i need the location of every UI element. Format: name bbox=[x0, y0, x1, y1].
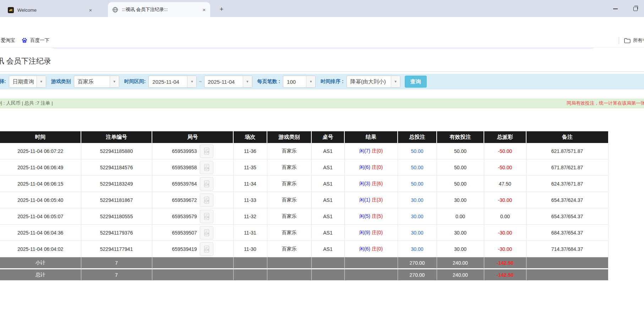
footer-total-bet-cell: 270.00 bbox=[398, 257, 437, 269]
table-row: 2025-11-04 06:04:02522941177941659539419… bbox=[0, 241, 608, 257]
game-type-cell: 百家乐 bbox=[267, 159, 311, 176]
video-replay-button[interactable] bbox=[200, 144, 213, 158]
bet-records-table-wrap: 时间注单编号局号场次游戏类别桌号结果总投注有效投注总派彩备注 2025-11-0… bbox=[0, 131, 608, 280]
date-from-select[interactable]: 2025-11-04 ▼ bbox=[148, 76, 197, 88]
round-id: 659539507 bbox=[172, 230, 197, 236]
result-player: 闲(6) bbox=[359, 164, 370, 170]
video-replay-button[interactable] bbox=[200, 193, 213, 207]
new-tab-button[interactable]: + bbox=[217, 5, 226, 13]
column-header-2: 局号 bbox=[152, 131, 233, 143]
total-bet-link[interactable]: 30.00 bbox=[411, 246, 423, 252]
table-no-cell: AS1 bbox=[311, 192, 344, 208]
tab-bet-record[interactable]: :::视讯 会员下注纪录::: × bbox=[108, 2, 210, 17]
total-bet-cell: 30.00 bbox=[398, 241, 437, 257]
payout-cell: -30.00 bbox=[484, 225, 526, 241]
date-to-value: 2025-11-04 bbox=[204, 76, 243, 87]
footer-empty-cell bbox=[526, 257, 608, 269]
column-header-7: 总投注 bbox=[398, 131, 437, 143]
column-header-5: 桌号 bbox=[311, 131, 344, 143]
video-replay-button[interactable] bbox=[200, 210, 213, 223]
video-replay-button[interactable] bbox=[200, 177, 213, 191]
date-to-select[interactable]: 2025-11-04 ▼ bbox=[204, 76, 252, 88]
result-cell: 闲(6) 庄(0) bbox=[344, 159, 398, 176]
valid-bet-cell: 30.00 bbox=[437, 192, 484, 208]
bookmarks-divider bbox=[619, 37, 619, 44]
bet-id-cell: 522941183249 bbox=[81, 176, 152, 192]
bookmark-baidu[interactable]: du 百度一下 bbox=[21, 34, 49, 47]
currency-summary-text: 币别 : 人民币 | 总共 :7 注单 | bbox=[0, 99, 53, 108]
result-player: 闲(9) bbox=[359, 230, 370, 235]
session-cell: 11-32 bbox=[233, 208, 267, 225]
total-bet-link[interactable]: 30.00 bbox=[411, 197, 423, 203]
round-id: 659539858 bbox=[172, 165, 197, 170]
table-header-row: 时间注单编号局号场次游戏类别桌号结果总投注有效投注总派彩备注 bbox=[0, 131, 608, 143]
window-restore-button[interactable] bbox=[630, 5, 641, 12]
total-bet-cell: 30.00 bbox=[398, 225, 437, 241]
tab-close-icon[interactable]: × bbox=[87, 7, 94, 13]
bookmark-label: 爱淘宝 bbox=[1, 37, 15, 44]
dragon-app-icon bbox=[8, 7, 14, 13]
result-banker: 庄(0) bbox=[372, 164, 383, 170]
result-banker: 庄(6) bbox=[372, 181, 383, 186]
round-id: 659539764 bbox=[172, 181, 197, 187]
all-bookmarks-label: 所有书签 bbox=[633, 37, 644, 44]
valid-bet-cell: 30.00 bbox=[437, 225, 484, 241]
date-from-value: 2025-11-04 bbox=[149, 76, 187, 87]
page-title: 视讯 会员下注纪录 bbox=[0, 56, 51, 66]
total-bet-link[interactable]: 50.00 bbox=[411, 181, 423, 187]
table-no-cell: AS1 bbox=[311, 176, 344, 192]
page-size-select[interactable]: 100 ▼ bbox=[283, 76, 316, 88]
sort-order-select[interactable]: 降幂(由大到小) ▼ bbox=[346, 76, 400, 88]
tab-close-icon[interactable]: × bbox=[201, 6, 207, 13]
video-replay-button[interactable] bbox=[200, 226, 213, 240]
bookmark-aitaobao[interactable]: 爱淘宝 bbox=[1, 34, 15, 47]
game-category-select[interactable]: 百家乐 ▼ bbox=[74, 76, 119, 88]
result-player: 闲(7) bbox=[359, 148, 370, 154]
total-bet-link[interactable]: 50.00 bbox=[411, 148, 423, 154]
tab-title: :::视讯 会员下注纪录::: bbox=[122, 6, 201, 13]
result-cell: 闲(7) 庄(0) bbox=[344, 143, 398, 159]
result-player: 闲(6) bbox=[359, 246, 370, 252]
round-id: 659539579 bbox=[172, 214, 197, 219]
window-minimize-button[interactable] bbox=[610, 5, 621, 12]
column-header-3: 场次 bbox=[233, 131, 267, 143]
total-row: 总计7270.00240.00-142.50 bbox=[0, 269, 608, 281]
time-cell: 2025-11-04 06:04:36 bbox=[0, 225, 81, 241]
result-banker: 庄(0) bbox=[372, 148, 383, 154]
filter-bar: 查询选择: 日期查询 ▼ 游戏类别 百家乐 ▼ 时间区间: 2025-11-04… bbox=[0, 74, 644, 89]
total-bet-link[interactable]: 30.00 bbox=[411, 230, 423, 236]
game-type-cell: 百家乐 bbox=[267, 225, 311, 241]
result-cell: 闲(5) 庄(5) bbox=[344, 208, 398, 225]
all-bookmarks-button[interactable]: 所有书签 bbox=[624, 34, 644, 47]
payout-cell: 47.50 bbox=[484, 176, 526, 192]
tab-welcome[interactable]: Welcome × bbox=[4, 3, 97, 17]
search-button[interactable]: 查询 bbox=[405, 76, 427, 88]
footer-payout-cell: -142.50 bbox=[484, 257, 526, 269]
valid-bet-cell: 30.00 bbox=[437, 241, 484, 257]
query-type-select[interactable]: 日期查询 ▼ bbox=[9, 76, 46, 88]
footer-valid-bet-cell: 240.00 bbox=[437, 269, 484, 281]
footer-label-cell: 总计 bbox=[0, 269, 81, 281]
bookmarks-bar: 爱淘宝 du 百度一下 所有书签 bbox=[0, 34, 644, 48]
remark-cell: 684.37/654.37 bbox=[526, 225, 608, 241]
footer-empty-cell bbox=[344, 269, 398, 281]
game-type-cell: 百家乐 bbox=[267, 208, 311, 225]
footer-empty-cell bbox=[344, 257, 398, 269]
time-range-label: 时间区间: bbox=[124, 78, 146, 85]
page-size-label: 每页笔数 : bbox=[257, 78, 280, 85]
video-replay-button[interactable] bbox=[200, 242, 213, 256]
result-banker: 庄(5) bbox=[372, 213, 383, 219]
table-row: 2025-11-04 06:06:49522941184576659539858… bbox=[0, 159, 608, 176]
total-bet-link[interactable]: 50.00 bbox=[411, 165, 423, 170]
subtotal-row: 小计7270.00240.00-142.50 bbox=[0, 257, 608, 269]
remark-cell: 621.87/571.87 bbox=[526, 143, 608, 159]
payout-cell: -50.00 bbox=[484, 159, 526, 176]
video-replay-button[interactable] bbox=[200, 161, 213, 174]
bet-id-cell: 522941177941 bbox=[81, 241, 152, 257]
total-bet-cell: 50.00 bbox=[398, 176, 437, 192]
column-header-8: 有效投注 bbox=[437, 131, 484, 143]
summary-info-bar: 币别 : 人民币 | 总共 :7 注单 | 同局有效投注，统一计算在该局第一张注… bbox=[0, 99, 644, 108]
footer-empty-cell bbox=[526, 269, 608, 281]
footer-payout-cell: -142.50 bbox=[484, 269, 526, 281]
total-bet-link[interactable]: 30.00 bbox=[411, 214, 423, 219]
